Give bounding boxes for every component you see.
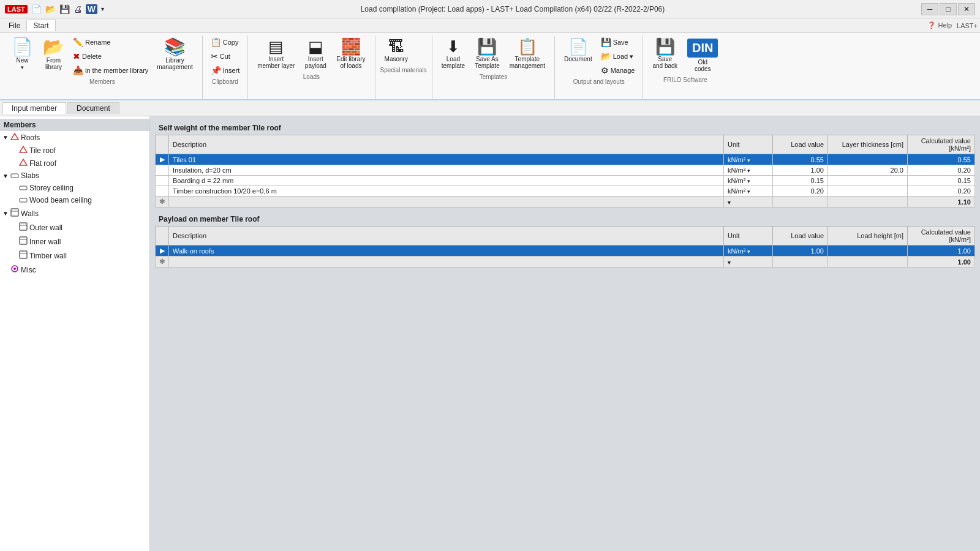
row-layer-thickness[interactable] [828, 186, 908, 197]
toolbar-word-icon[interactable]: W [86, 4, 97, 14]
walls-node-icon [10, 208, 19, 219]
close-button[interactable]: ✕ [958, 3, 975, 15]
slabs-node-icon [10, 171, 19, 180]
template-management-button[interactable]: 📋 Templatemanagement [505, 36, 549, 72]
rename-icon: ✏️ [73, 37, 83, 47]
save-output-label: Save [613, 39, 628, 46]
load-output-button[interactable]: 📂 Load ▾ [598, 50, 638, 63]
row-unit[interactable]: kN/m² ▾ [724, 176, 773, 186]
payload-body: ▶Walk-on roofskN/m² ▾1.001.00 ✱ ▾ 1.00 [156, 246, 975, 268]
inner-wall-node[interactable]: Inner wall [0, 234, 149, 249]
timber-wall-node[interactable]: Timber wall [0, 249, 149, 263]
tab-document[interactable]: Document [67, 102, 119, 114]
load-template-button[interactable]: ⬇ Loadtemplate [437, 36, 469, 72]
save-output-button[interactable]: 💾 Save [598, 36, 638, 49]
col-load-value-header: Load value [773, 135, 828, 154]
row-description[interactable]: Walk-on roofs [169, 246, 724, 257]
in-member-library-button[interactable]: 📥 in the member library [70, 64, 151, 77]
row-layer-thickness[interactable]: 20.0 [828, 165, 908, 176]
restore-button[interactable]: □ [940, 3, 957, 15]
save-back-button[interactable]: 💾 Saveand back [648, 36, 682, 72]
row-unit[interactable]: kN/m² ▾ [724, 186, 773, 197]
row-unit[interactable]: kN/m² ▾ [724, 246, 773, 257]
manage-output-button[interactable]: ⚙ Manage [598, 64, 638, 77]
library-management-label: Librarymanagement [157, 57, 192, 70]
menu-start[interactable]: Start [26, 20, 55, 31]
save-as-template-icon: 💾 [477, 39, 497, 54]
insert-member-layer-button[interactable]: ▤ Insertmember layer [253, 36, 299, 72]
row-load-value[interactable]: 0.20 [773, 186, 828, 197]
row-layer-thickness[interactable] [828, 176, 908, 186]
toolbar-print-icon[interactable]: 🖨 [74, 4, 82, 14]
flat-roof-node[interactable]: Flat roof [0, 157, 149, 170]
outer-wall-node[interactable]: Outer wall [0, 220, 149, 234]
help-link[interactable]: ❓ Help [927, 21, 952, 29]
row-unit[interactable]: kN/m² ▾ [724, 154, 773, 165]
toolbar-open-icon[interactable]: 📂 [45, 4, 56, 14]
members-small-col: ✏️ Rename ✖ Delete 📥 in the member libra… [70, 36, 151, 77]
tile-roof-node[interactable]: Tile roof [0, 144, 149, 157]
row-arrow-cell: ▶ [156, 246, 169, 257]
roofs-node[interactable]: ▼Roofs [0, 131, 149, 144]
walls-node[interactable]: ▼Walls [0, 206, 149, 220]
output-group-label: Output and layouts [560, 78, 638, 85]
members-buttons: 📄 New▾ 📂 Fromlibrary ✏️ Rename ✖ Delete [7, 36, 197, 77]
minimize-button[interactable]: ─ [921, 3, 938, 15]
toolbar-new-icon[interactable]: 📄 [31, 4, 42, 14]
row-load-value[interactable]: 1.00 [773, 165, 828, 176]
table-row[interactable]: ▶Walk-on roofskN/m² ▾1.001.00 [156, 246, 975, 257]
row-description[interactable]: Insulation, d=20 cm [169, 165, 724, 176]
inner-wall-node-icon [19, 236, 28, 247]
slabs-node[interactable]: ▼Slabs [0, 170, 149, 182]
row-layer-thickness[interactable] [828, 154, 908, 165]
row-unit[interactable]: kN/m² ▾ [724, 165, 773, 176]
row-load-height[interactable] [828, 246, 908, 257]
masonry-icon: 🏗 [388, 39, 404, 54]
toolbar-save-icon[interactable]: 💾 [59, 4, 70, 14]
row-description[interactable]: Timber construction 10/20 e=0,6 m [169, 186, 724, 197]
row-description[interactable]: Boarding d = 22 mm [169, 176, 724, 186]
copy-button[interactable]: 📋 Copy [208, 36, 243, 49]
timber-wall-node-label: Timber wall [29, 252, 67, 260]
cut-button[interactable]: ✂ Cut [208, 50, 243, 63]
insert-button[interactable]: 📌 Insert [208, 64, 243, 77]
app-logo: LAST [5, 5, 28, 13]
misc-node[interactable]: Misc [0, 263, 149, 277]
slabs-node-expand: ▼ [2, 173, 9, 179]
insert-payload-button[interactable]: ⬓ Insertpayload [300, 36, 331, 72]
table-row[interactable]: Boarding d = 22 mmkN/m² ▾0.150.15 [156, 176, 975, 186]
tab-input-member[interactable]: Input member [2, 102, 66, 114]
new-button[interactable]: 📄 New▾ [7, 36, 37, 73]
loads-group-label: Loads [253, 73, 369, 80]
self-weight-title: Self weight of the member Tile roof [155, 121, 975, 135]
new-label: New▾ [16, 57, 28, 70]
rename-button[interactable]: ✏️ Rename [70, 36, 151, 49]
row-arrow-cell: ▶ [156, 154, 169, 165]
delete-button[interactable]: ✖ Delete [70, 50, 151, 63]
table-row[interactable]: Insulation, d=20 cmkN/m² ▾1.0020.00.20 [156, 165, 975, 176]
row-load-value[interactable]: 0.55 [773, 154, 828, 165]
table-row[interactable]: ▶Tiles 01kN/m² ▾0.550.55 [156, 154, 975, 165]
row-load-value[interactable]: 0.15 [773, 176, 828, 186]
row-description[interactable]: Tiles 01 [169, 154, 724, 165]
tree-container: ▼RoofsTile roofFlat roof▼SlabsStorey cei… [0, 131, 149, 277]
row-load-value[interactable]: 1.00 [773, 246, 828, 257]
menu-file[interactable]: File [2, 20, 26, 31]
library-management-button[interactable]: 📚 Librarymanagement [153, 36, 197, 73]
wood-beam-ceiling-node[interactable]: Wood beam ceiling [0, 194, 149, 206]
save-output-icon: 💾 [601, 37, 611, 47]
manage-output-icon: ⚙ [601, 66, 609, 75]
old-codes-button[interactable]: DIN Oldcodes [683, 36, 722, 75]
col-calc-value-header: Calculated value [kN/m²] [908, 135, 975, 154]
storey-ceiling-node[interactable]: Storey ceiling [0, 182, 149, 194]
table-row[interactable]: Timber construction 10/20 e=0,6 mkN/m² ▾… [156, 186, 975, 197]
document-button[interactable]: 📄 Document [560, 36, 597, 66]
cut-icon: ✂ [211, 51, 218, 61]
masonry-button[interactable]: 🏗 Masonry [380, 36, 412, 66]
from-library-button[interactable]: 📂 Fromlibrary [39, 36, 69, 73]
document-label: Document [564, 56, 592, 62]
svg-marker-2 [20, 159, 27, 165]
template-management-icon: 📋 [518, 39, 537, 54]
edit-library-loads-button[interactable]: 🧱 Edit libraryof loads [332, 36, 369, 72]
save-as-template-button[interactable]: 💾 Save AsTemplate [470, 36, 504, 72]
